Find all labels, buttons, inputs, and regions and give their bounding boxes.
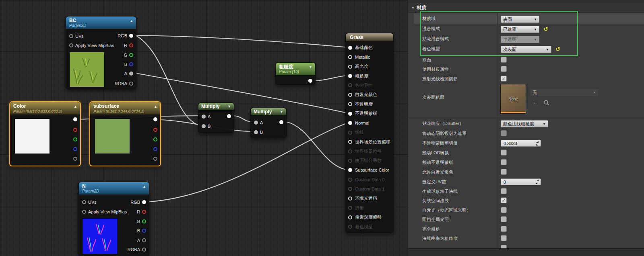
node-multiply-2[interactable]: Multiply ▼ A B: [250, 108, 287, 138]
output-b[interactable]: B: [124, 62, 133, 67]
output-pin[interactable]: [153, 137, 157, 141]
output-pin[interactable]: [227, 114, 231, 118]
input-pin[interactable]: [69, 43, 73, 47]
output-pin[interactable]: [129, 34, 133, 38]
pin-row[interactable]: 环境光遮挡: [346, 194, 393, 203]
node-roughness-param[interactable]: 粗糙度 Param (10) ▼: [275, 62, 316, 85]
node-roughness-header[interactable]: 粗糙度 Param (10) ▼: [276, 63, 315, 76]
wire-bc-a-opacitymask[interactable]: [136, 73, 349, 113]
output-b[interactable]: B: [137, 228, 146, 233]
wire-multiply2-subsurfacecolor[interactable]: [285, 122, 349, 170]
input-pin[interactable]: [348, 102, 352, 106]
output-g[interactable]: [73, 137, 77, 141]
input-b[interactable]: B: [202, 124, 211, 129]
wire-n-rgb-normal[interactable]: [149, 123, 349, 202]
output-pin[interactable]: [73, 157, 77, 161]
checkbox-emissive-dynamic-area-lighting[interactable]: ✓: [501, 207, 507, 213]
output-r[interactable]: [73, 128, 77, 132]
input-pin[interactable]: [69, 34, 73, 38]
output-pin[interactable]: [73, 137, 77, 141]
input-pin[interactable]: [82, 200, 86, 204]
node-multiply1-header[interactable]: Multiply ▼: [198, 103, 234, 111]
output-rgba[interactable]: RGBA: [115, 81, 133, 86]
node-graph-canvas[interactable]: BC Param2D ▲ UVs Apply View MipBias RGB …: [0, 0, 408, 256]
output-pin[interactable]: [73, 128, 77, 132]
output-g[interactable]: [153, 137, 157, 141]
input-b[interactable]: B: [254, 130, 263, 135]
output-pin[interactable]: [129, 82, 133, 86]
pin-row[interactable]: 基础颜色: [346, 43, 393, 52]
collapse-up-icon[interactable]: ▲: [130, 19, 133, 23]
pin-row[interactable]: 像素深度偏移: [346, 213, 393, 222]
wire-multiply1-multiply2-a[interactable]: [233, 116, 252, 122]
input-uvs[interactable]: UVs: [69, 34, 84, 39]
output-pin[interactable]: [142, 219, 146, 223]
checkbox-two-sided[interactable]: ✓: [501, 57, 507, 63]
output-b[interactable]: [73, 147, 77, 151]
output-pin[interactable]: [129, 62, 133, 66]
output-a[interactable]: A: [124, 71, 133, 76]
number-field-num-customized-uvs[interactable]: 0: [501, 178, 541, 185]
input-a[interactable]: A: [254, 120, 263, 125]
output-pin[interactable]: [308, 79, 312, 83]
input-pin[interactable]: [348, 197, 352, 201]
checkbox-cast-ray-traced-shadows[interactable]: ✓: [501, 76, 507, 82]
output-r[interactable]: [153, 128, 157, 132]
checkbox-allow-negative-emissive[interactable]: ✓: [501, 169, 507, 175]
output-b[interactable]: [153, 147, 157, 151]
output-pin[interactable]: [73, 117, 77, 121]
section-expander-icon[interactable]: ▼: [411, 6, 415, 10]
use-selected-asset-icon[interactable]: ←: [533, 99, 538, 105]
collapse-down-icon[interactable]: ▼: [227, 104, 231, 109]
search-icon[interactable]: [543, 100, 549, 106]
wire-roughness-roughness[interactable]: [314, 76, 349, 81]
node-bc-header[interactable]: BC Param2D ▲: [66, 16, 136, 29]
input-pin[interactable]: [348, 46, 352, 50]
pin-row[interactable]: Normal: [346, 119, 393, 128]
checkbox-dither-opacity-mask[interactable]: ✓: [501, 159, 507, 165]
input-pin[interactable]: [348, 112, 352, 116]
input-uvs[interactable]: UVs: [82, 200, 97, 205]
checkbox-spherical-particle-normals[interactable]: ✓: [501, 188, 507, 194]
collapse-up-icon[interactable]: ▲: [74, 104, 77, 109]
output-main[interactable]: [73, 117, 77, 121]
input-pin[interactable]: [348, 65, 352, 69]
input-pin[interactable]: [348, 74, 352, 78]
wire-bc-rgb-basecolor[interactable]: [136, 35, 349, 47]
node-n-header[interactable]: N Param2D ▲: [79, 182, 149, 195]
column-divider[interactable]: [497, 13, 498, 248]
subsurface-profile-thumbnail[interactable]: None: [500, 84, 526, 114]
input-pin[interactable]: [348, 55, 352, 59]
drag-value-icon[interactable]: [535, 141, 539, 145]
pin-row[interactable]: Metallic: [346, 52, 393, 61]
collapse-down-icon[interactable]: ▼: [309, 65, 312, 69]
pin-row[interactable]: 粗糙度: [346, 71, 393, 80]
output-result[interactable]: [227, 114, 231, 118]
input-pin[interactable]: [348, 140, 352, 144]
output-pin[interactable]: [73, 147, 77, 151]
node-multiply-1[interactable]: Multiply ▼ A B: [198, 102, 234, 133]
output-pin[interactable]: [142, 248, 146, 252]
node-color-param[interactable]: Color Param (0.833,0.833,0.833,1) ▲: [9, 101, 81, 166]
collapse-up-icon[interactable]: ▲: [154, 104, 157, 109]
output-main[interactable]: [153, 117, 157, 121]
checkbox-tangent-space-normal[interactable]: ✓: [501, 197, 507, 203]
section-header-material[interactable]: ▼ 材质: [408, 3, 644, 13]
node-grass-header[interactable]: Grass: [346, 33, 393, 42]
dropdown-decal-response[interactable]: 颜色法线粗糙度▼: [501, 120, 548, 127]
pin-row[interactable]: Subsurface Color: [346, 166, 393, 175]
dropdown-shading-model[interactable]: 次表面▼: [501, 46, 551, 53]
output-pin[interactable]: [142, 210, 146, 214]
input-mipbias[interactable]: Apply View MipBias: [82, 209, 127, 214]
input-pin[interactable]: [254, 121, 258, 125]
checkbox-clipped[interactable]: [501, 245, 507, 248]
output-g[interactable]: G: [136, 219, 146, 224]
node-grass-result[interactable]: Grass 基础颜色 Metallic 高光度 粗糙度 各向异性 自发光颜色 不…: [345, 33, 394, 233]
pin-row[interactable]: 不透明度: [346, 100, 393, 109]
output-rgb[interactable]: RGB: [130, 200, 146, 205]
input-pin[interactable]: [254, 130, 258, 134]
checkbox-cast-dynamic-shadow-as-masked[interactable]: ✓: [501, 130, 507, 136]
output-result[interactable]: [279, 120, 283, 124]
pin-row[interactable]: 世界场景位置偏移: [346, 137, 393, 146]
node-subsurface-param[interactable]: subsurface Param (0.182,0.344,0.0734,1) …: [89, 101, 161, 166]
